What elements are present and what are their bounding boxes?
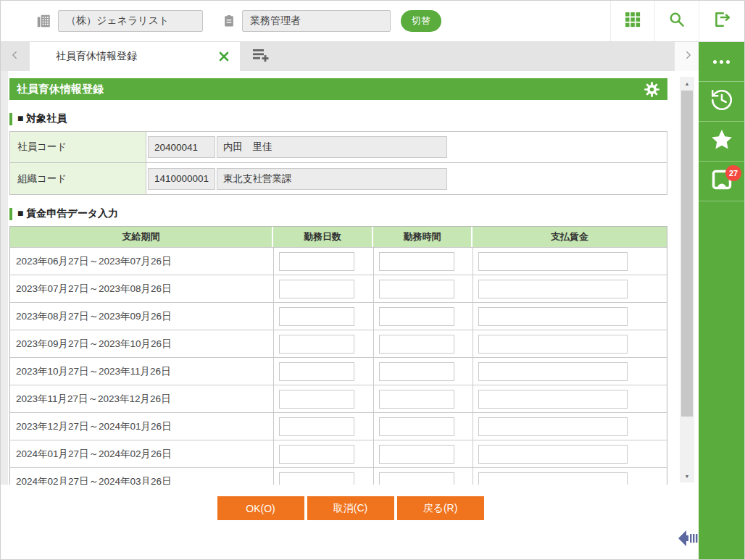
work-hours-input[interactable] [379, 417, 454, 436]
paid-wage-input[interactable] [478, 417, 628, 436]
paid-wage-cell [473, 303, 667, 330]
employee-name-field[interactable]: 内田 里佳 [217, 136, 447, 158]
paid-wage-input[interactable] [478, 280, 628, 298]
employee-code-field[interactable]: 20400041 [148, 136, 215, 158]
work-hours-cell [373, 248, 473, 275]
sidebar-item-history[interactable] [699, 82, 744, 122]
sidebar-item-favorites[interactable] [699, 122, 744, 162]
back-button[interactable]: 戻る(R) [397, 496, 484, 520]
table-row: 2023年09月27日～2023年10月26日 [10, 330, 667, 357]
work-hours-input[interactable] [379, 390, 454, 409]
cancel-button[interactable]: 取消(C) [307, 496, 394, 520]
work-days-cell [273, 358, 373, 385]
org-name-field[interactable]: 東北支社営業課 [217, 168, 447, 190]
work-days-input[interactable] [279, 417, 354, 436]
work-days-cell [273, 468, 373, 485]
scroll-down-icon[interactable]: ▼ [680, 469, 694, 482]
gear-icon[interactable] [643, 80, 660, 98]
org-code-label: 組織コード [10, 163, 146, 194]
right-sidebar: 27 [699, 42, 744, 559]
work-hours-input[interactable] [379, 472, 454, 485]
logout-icon [712, 9, 732, 33]
work-days-input[interactable] [279, 307, 354, 326]
sidebar-item-inbox[interactable]: 27 [699, 162, 744, 201]
paid-wage-input[interactable] [478, 445, 628, 464]
prev-tab-chevron-icon [9, 49, 21, 64]
header-left: （株）ジェネラリスト 業務管理者 切替 [1, 10, 610, 32]
work-hours-cell [373, 468, 473, 485]
work-hours-cell [373, 413, 473, 440]
paid-wage-cell [473, 468, 667, 485]
apps-grid-button[interactable] [610, 1, 654, 41]
collapse-panel-icon[interactable] [677, 529, 699, 548]
pay-period-cell: 2023年07月27日～2023年08月26日 [10, 275, 273, 302]
scrollbar-thumb[interactable] [681, 91, 693, 417]
work-hours-input[interactable] [379, 252, 454, 271]
page-content: 社員育休情報登録 [9, 71, 667, 485]
company-field[interactable]: （株）ジェネラリスト [58, 10, 203, 32]
paid-wage-input[interactable] [478, 252, 628, 271]
org-code-field[interactable]: 1410000001 [148, 168, 215, 190]
work-days-input[interactable] [279, 362, 354, 381]
sidebar-item-more[interactable] [699, 42, 744, 82]
scroll-up-icon[interactable]: ▲ [680, 77, 694, 90]
target-employee-table: 社員コード 20400041 内田 里佳 組織コード 1410000001 東北… [9, 131, 667, 195]
work-days-input[interactable] [279, 390, 354, 409]
paid-wage-cell [473, 248, 667, 275]
work-hours-input[interactable] [379, 445, 454, 464]
work-days-cell [273, 303, 373, 330]
tab-label: 社員育休情報登録 [56, 50, 217, 63]
work-days-input[interactable] [279, 252, 354, 271]
work-days-input[interactable] [279, 280, 354, 298]
header-icon-buttons [610, 1, 744, 41]
switch-button[interactable]: 切替 [401, 10, 441, 32]
add-tab-button[interactable] [240, 42, 280, 71]
column-header-work-hours: 勤務時間 [373, 227, 473, 247]
work-days-input[interactable] [279, 445, 354, 464]
work-hours-input[interactable] [379, 280, 454, 298]
paid-wage-cell [473, 413, 667, 440]
next-tab-button[interactable] [675, 42, 700, 71]
work-hours-input[interactable] [379, 362, 454, 381]
close-tab-icon[interactable] [217, 49, 231, 64]
column-header-paid-wage: 支払賃金 [473, 227, 667, 247]
pay-period-cell: 2024年02月27日～2024年03月26日 [10, 468, 273, 485]
work-days-input[interactable] [279, 472, 354, 485]
paid-wage-input[interactable] [478, 307, 628, 326]
ok-button[interactable]: OK(O) [217, 496, 304, 520]
section-title: ■ 対象社員 [17, 112, 67, 125]
work-hours-cell [373, 385, 473, 412]
employee-code-label: 社員コード [10, 132, 146, 162]
work-hours-cell [373, 358, 473, 385]
wage-table-body: 2023年06月27日～2023年07月26日 2023年07月27日～2023… [10, 247, 667, 485]
role-field[interactable]: 業務管理者 [242, 10, 391, 32]
paid-wage-input[interactable] [478, 362, 628, 381]
work-hours-input[interactable] [379, 335, 454, 354]
top-header: （株）ジェネラリスト 業務管理者 切替 [1, 1, 744, 42]
table-row: 2023年11月27日～2023年12月26日 [10, 385, 667, 412]
more-ellipsis-icon [713, 60, 730, 64]
work-hours-input[interactable] [379, 307, 454, 326]
paid-wage-input[interactable] [478, 390, 628, 409]
app-window: （株）ジェネラリスト 業務管理者 切替 [0, 0, 745, 560]
tab-strip: 社員育休情報登録 [1, 42, 700, 71]
tab-active[interactable]: 社員育休情報登録 [30, 42, 240, 71]
section-accent-bar [9, 113, 12, 125]
paid-wage-input[interactable] [478, 335, 628, 354]
work-days-input[interactable] [279, 335, 354, 354]
pay-period-cell: 2023年09月27日～2023年10月26日 [10, 330, 273, 357]
vertical-scrollbar[interactable]: ▲ ▼ [680, 77, 694, 482]
paid-wage-cell [473, 275, 667, 302]
work-days-cell [273, 330, 373, 357]
section-title: ■ 賃金申告データ入力 [17, 207, 118, 220]
work-days-cell [273, 385, 373, 412]
search-button[interactable] [654, 1, 699, 41]
search-icon [667, 10, 686, 32]
work-hours-cell [373, 330, 473, 357]
table-row: 組織コード 1410000001 東北支社営業課 [10, 163, 667, 194]
prev-tab-button[interactable] [1, 42, 30, 71]
work-hours-cell [373, 275, 473, 302]
logout-button[interactable] [699, 1, 744, 41]
left-gutter [1, 71, 8, 485]
paid-wage-input[interactable] [478, 472, 628, 485]
